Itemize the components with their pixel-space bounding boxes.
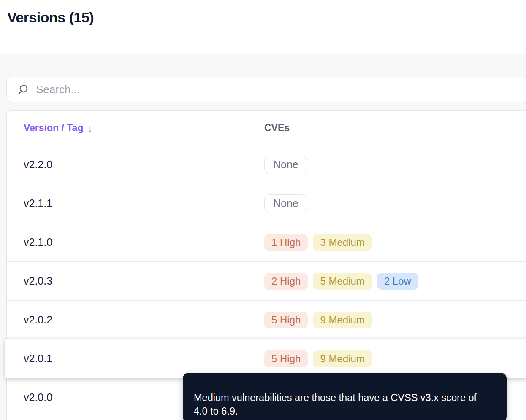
cves-cell: 1 High3 Medium	[264, 234, 526, 251]
version-cell: v2.1.1	[24, 197, 264, 210]
version-cell: v2.0.2	[24, 314, 264, 326]
cve-badge-high[interactable]: 5 High	[264, 312, 308, 328]
content-area: Version / Tag ↓ CVEs v2.2.0Nonev2.1.1Non…	[0, 54, 526, 420]
search-icon	[17, 84, 29, 95]
page-header: Versions (15)	[0, 0, 526, 54]
version-label: v2.0.3	[24, 275, 52, 287]
search-input[interactable]	[36, 83, 526, 96]
search-bar	[6, 77, 526, 102]
cve-badge-medium[interactable]: 3 Medium	[313, 234, 371, 251]
table-row[interactable]: v2.0.32 High5 Medium2 Low	[7, 262, 526, 301]
table-row[interactable]: v2.2.0None	[7, 145, 526, 184]
table-row[interactable]: v2.1.1None	[7, 184, 526, 223]
page-title: Versions (15)	[7, 9, 526, 26]
column-header-version-tag[interactable]: Version / Tag ↓	[24, 122, 264, 134]
column-header-cves-label: CVEs	[264, 122, 290, 133]
sort-descending-icon: ↓	[87, 122, 92, 134]
cve-badge-none[interactable]: None	[264, 156, 307, 174]
versions-page: Versions (15) Version / Tag ↓ CVEs	[0, 0, 526, 420]
version-cell: v2.0.1	[24, 353, 264, 365]
column-header-cves[interactable]: CVEs	[264, 122, 526, 134]
cves-cell: None	[264, 194, 526, 213]
cves-cell: None	[264, 156, 526, 174]
column-header-version-label: Version / Tag	[24, 122, 83, 134]
version-cell: v2.0.3	[24, 275, 264, 287]
cve-badge-high[interactable]: 5 High	[264, 350, 308, 367]
version-label: v2.1.0	[24, 236, 52, 248]
cve-badge-high[interactable]: 2 High	[264, 273, 308, 290]
version-label: v2.0.1	[24, 353, 52, 364]
cve-badge-medium[interactable]: 9 Medium	[313, 312, 371, 328]
cves-cell: 5 High9 Medium	[264, 312, 526, 328]
cve-badge-medium[interactable]: 9 Medium	[313, 350, 371, 367]
table-row[interactable]: v2.0.25 High9 Medium	[7, 301, 526, 339]
version-label: v2.0.2	[24, 314, 52, 326]
cve-badge-medium[interactable]: 5 Medium	[313, 273, 371, 290]
cves-cell: 5 High9 Medium	[264, 350, 526, 367]
version-cell: v2.1.0	[24, 236, 264, 248]
table-header-row: Version / Tag ↓ CVEs	[7, 111, 526, 145]
cve-badge-none[interactable]: None	[264, 194, 307, 213]
cves-cell: 2 High5 Medium2 Low	[264, 273, 526, 290]
cve-badge-high[interactable]: 1 High	[264, 234, 308, 251]
table-row[interactable]: v2.1.01 High3 Medium	[7, 223, 526, 262]
tooltip: Medium vulnerabilities are those that ha…	[183, 373, 507, 420]
cve-badge-low[interactable]: 2 Low	[377, 273, 418, 290]
version-cell: v2.2.0	[24, 159, 264, 171]
version-label: v2.0.0	[24, 391, 52, 403]
version-label: v2.2.0	[24, 159, 52, 170]
version-label: v2.1.1	[24, 197, 52, 209]
tooltip-text: Medium vulnerabilities are those that ha…	[194, 392, 477, 417]
